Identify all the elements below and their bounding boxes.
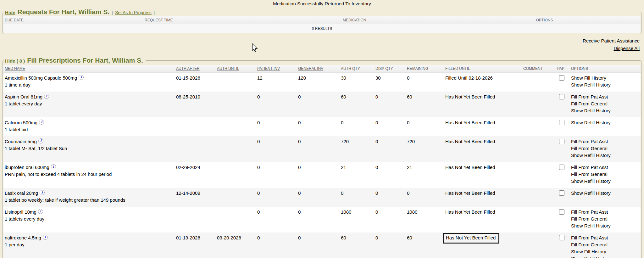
patient-inv-cell: 0 [256,207,297,233]
med-name: Coumadin 5mg [5,139,37,144]
column-header-general-inv[interactable]: GENERAL INV [297,65,340,73]
options-cell: Fill From Pat AsstFill From GeneralShow … [570,162,641,188]
filled-until-text: Has Not Yet Been Filled [445,190,495,196]
prescription-row: ibuprofen oral 600mgiPRN pain, not to ex… [3,162,641,188]
auth-until-cell [216,207,256,233]
set-as-in-progress-link[interactable]: Set As In Progress [115,10,152,15]
hide-fill-link[interactable]: Hide ( 8 ) [5,58,25,64]
fill-section-title: Fill Prescriptions For Hart, William S. [27,57,143,64]
requests-section-title: Requests For Hart, William S. [18,8,110,16]
auth-qty-cell: 60 [340,233,374,258]
hide-requests-link[interactable]: Hide [5,10,15,15]
auth-qty-cell: 30 [340,73,374,92]
sig-text: 1 time a day [5,81,174,88]
info-icon[interactable]: i [51,164,56,169]
med-name: ibuprofen oral 600mg [5,165,49,170]
column-header-medication[interactable]: MEDICATION [341,16,448,24]
column-header-auth-after[interactable]: AUTH AFTER [175,65,216,73]
patient-inv-cell: 0 [256,92,297,117]
comment-cell [522,136,556,162]
med-name-cell: Amoxicillin 500mg Capsule 500mgi1 time a… [3,73,175,92]
option-link-show-refill-history[interactable]: Show Refill History [571,255,639,258]
general-inv-cell: 120 [297,73,340,92]
column-header-request-time[interactable]: REQUEST TIME [143,16,341,24]
auth-after-cell: 12-14-2009 [175,188,216,207]
info-icon[interactable]: i [38,138,43,143]
patient-inv-cell: 0 [256,162,297,188]
option-link-show-refill-history[interactable]: Show Refill History [571,119,639,126]
option-link-show-fill-history[interactable]: Show Fill History [571,75,639,81]
option-link-fill-from-general[interactable]: Fill From General [571,145,639,152]
disp-qty-cell: 0 [374,92,406,117]
remaining-cell: 60 [406,233,444,258]
option-link-fill-from-general[interactable]: Fill From General [571,216,639,222]
sig-text: PRN pain, not to exceed 4 tablets in 24 … [5,171,174,178]
general-inv-cell: 0 [297,188,340,207]
filled-until-cell: Has Not Yet Been Filled [444,162,522,188]
auth-until-cell [216,73,256,92]
empty-results-text: 0 RESULTS [3,24,641,33]
empty-results-row: 0 RESULTS [3,24,641,33]
prescription-row: Calcium 500mgi1 tablet bid00000Has Not Y… [3,117,641,136]
info-icon[interactable]: i [43,235,48,240]
column-header-filled-until: FILLED UNTIL [444,65,522,73]
remaining-cell: 720 [406,136,444,162]
option-link-show-refill-history[interactable]: Show Refill History [571,107,639,114]
option-link-fill-from-pat-asst[interactable]: Fill From Pat Asst [571,93,639,100]
pap-checkbox[interactable] [559,75,564,81]
column-header-auth-until[interactable]: AUTH UNTIL [216,65,256,73]
option-link-show-refill-history[interactable]: Show Refill History [571,222,639,229]
info-icon[interactable]: i [79,75,84,80]
column-header-med-name[interactable]: MED NAME [3,65,175,73]
option-link-fill-from-pat-asst[interactable]: Fill From Pat Asst [571,209,639,216]
option-link-show-refill-history[interactable]: Show Refill History [571,178,639,185]
pap-checkbox[interactable] [559,190,564,196]
column-header-pap: PAP [556,65,570,73]
auth-until-cell [216,117,256,136]
patient-inv-cell: 0 [256,233,297,258]
column-header-due-date[interactable]: DUE DATE [3,16,143,24]
filled-until-cell: Has Not Yet Been Filled [444,92,522,117]
requests-table: DUE DATEREQUEST TIMEMEDICATIONOPTIONS 0 … [3,16,641,33]
pap-checkbox[interactable] [559,209,564,215]
pap-checkbox[interactable] [559,139,564,144]
filled-until-cell: Has Not Yet Been Filled [444,188,522,207]
option-link-fill-from-general[interactable]: Fill From General [571,171,639,178]
pap-checkbox[interactable] [559,94,564,99]
option-link-fill-from-pat-asst[interactable]: Fill From Pat Asst [571,138,639,145]
pap-checkbox[interactable] [559,235,564,240]
pap-checkbox[interactable] [559,165,564,170]
option-link-fill-from-general[interactable]: Fill From General [571,241,639,248]
info-icon[interactable]: i [38,209,43,214]
general-inv-cell: 0 [297,162,340,188]
pap-checkbox[interactable] [559,120,564,125]
info-icon[interactable]: i [39,120,44,125]
option-link-fill-from-pat-asst[interactable]: Fill From Pat Asst [571,234,639,241]
options-cell: Fill From Pat AsstFill From GeneralShow … [570,92,641,117]
med-name-cell: Aspirin Oral 81mgi1 tablet every day [3,92,175,117]
option-link-fill-from-general[interactable]: Fill From General [571,100,639,107]
option-link-show-refill-history[interactable]: Show Refill History [571,190,639,197]
column-header-options: OPTIONS [448,16,641,24]
filled-until-text: Has Not Yet Been Filled [445,139,495,144]
column-header-patient-inv[interactable]: PATIENT INV [256,65,297,73]
dispense-all-link[interactable]: Dispense All [4,45,640,52]
pap-cell [556,92,570,117]
option-link-show-refill-history[interactable]: Show Refill History [571,152,639,159]
option-link-show-refill-history[interactable]: Show Refill History [571,81,639,88]
info-icon[interactable]: i [40,190,45,195]
pap-cell [556,207,570,233]
receive-patient-assistance-link[interactable]: Receive Patient Assistance [4,37,640,45]
filled-until-text: Has Not Yet Been Filled [445,209,495,215]
disp-qty-cell: 0 [374,207,406,233]
filled-until-cell: Filled Until 02-18-2026 [444,73,522,92]
info-icon[interactable]: i [44,94,49,99]
option-link-fill-from-pat-asst[interactable]: Fill From Pat Asst [571,164,639,171]
column-header-comment: COMMENT [522,65,556,73]
filled-until-highlight-box: Has Not Yet Been Filled [443,233,499,244]
options-cell: Fill From Pat AsstFill From GeneralShow … [570,136,641,162]
option-link-show-fill-history[interactable]: Show Fill History [571,248,639,255]
auth-until-cell [216,136,256,162]
pap-cell [556,136,570,162]
options-cell: Show Fill HistoryShow Refill History [570,73,641,92]
